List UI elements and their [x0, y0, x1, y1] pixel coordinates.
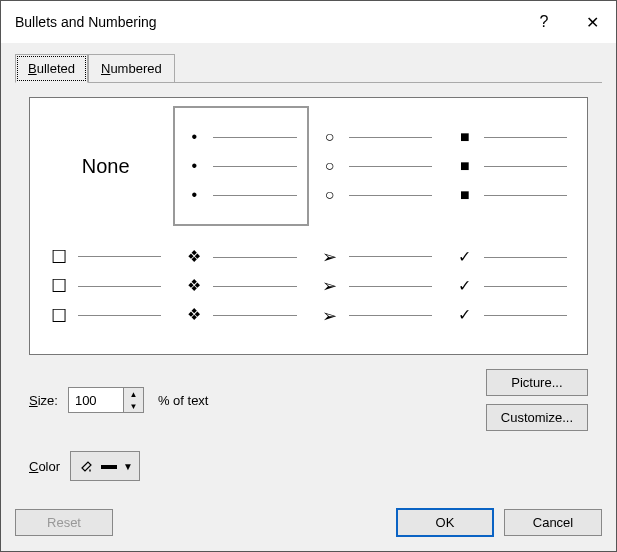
bullet-glyph-icon: • — [185, 187, 203, 203]
bullet-glyph-icon: ❖ — [185, 278, 203, 294]
tab-bulleted[interactable]: Bulleted — [15, 54, 88, 83]
bullet-disc[interactable]: ••• — [173, 106, 308, 226]
bullet-diamond[interactable]: ❖❖❖ — [173, 226, 308, 346]
bullet-grid: None•••○○○■■■☐☐☐❖❖❖➢➢➢✓✓✓ — [38, 106, 579, 346]
bullet-glyph-icon: ➢ — [321, 248, 339, 266]
tabpanel-bulleted: None•••○○○■■■☐☐☐❖❖❖➢➢➢✓✓✓ Size: ▲ ▼ % of… — [15, 82, 602, 508]
color-row: Color ▼ — [29, 451, 588, 481]
tab-numbered[interactable]: Numbered — [88, 54, 175, 83]
spin-up-icon[interactable]: ▲ — [124, 388, 143, 400]
right-buttons: Picture... Customize... — [486, 369, 588, 431]
bullet-glyph-icon: ☐ — [50, 277, 68, 295]
bullet-glyph-icon: ■ — [456, 129, 474, 145]
ok-button[interactable]: OK — [396, 508, 494, 537]
bullet-square-sm[interactable]: ■■■ — [444, 106, 579, 226]
bullet-glyph-icon: ✓ — [456, 278, 474, 294]
bullet-check[interactable]: ✓✓✓ — [444, 226, 579, 346]
bullets-dialog: Bullets and Numbering ? ✕ Bulleted Numbe… — [0, 0, 617, 552]
bullet-glyph-icon: ✓ — [456, 249, 474, 265]
bullet-glyph-icon: ❖ — [185, 307, 203, 323]
color-button[interactable]: ▼ — [70, 451, 140, 481]
bullet-square-lg[interactable]: ☐☐☐ — [38, 226, 173, 346]
bullet-glyph-icon: ■ — [456, 158, 474, 174]
bullet-glyph-icon: ➢ — [321, 307, 339, 325]
bullet-grid-box: None•••○○○■■■☐☐☐❖❖❖➢➢➢✓✓✓ — [29, 97, 588, 355]
color-swatch — [101, 465, 117, 469]
close-button[interactable]: ✕ — [568, 1, 616, 43]
size-suffix: % of text — [158, 393, 209, 408]
bullet-glyph-icon: ■ — [456, 187, 474, 203]
cancel-button[interactable]: Cancel — [504, 509, 602, 536]
bullet-glyph-icon: • — [185, 158, 203, 174]
bullet-glyph-icon: ○ — [321, 129, 339, 145]
bullet-none[interactable]: None — [38, 106, 173, 226]
bullet-glyph-icon: • — [185, 129, 203, 145]
tabbar: Bulleted Numbered — [1, 43, 616, 82]
picture-button[interactable]: Picture... — [486, 369, 588, 396]
bullet-glyph-icon: ➢ — [321, 277, 339, 295]
bullet-circle[interactable]: ○○○ — [309, 106, 444, 226]
dialog-title: Bullets and Numbering — [15, 14, 520, 30]
bullet-glyph-icon: ☐ — [50, 248, 68, 266]
bullet-glyph-icon: ○ — [321, 158, 339, 174]
bullet-glyph-icon: ○ — [321, 187, 339, 203]
help-button[interactable]: ? — [520, 1, 568, 43]
bucket-icon — [77, 457, 95, 475]
bullet-glyph-icon: ❖ — [185, 249, 203, 265]
bullet-glyph-icon: ✓ — [456, 307, 474, 323]
titlebar: Bullets and Numbering ? ✕ — [1, 1, 616, 43]
reset-button[interactable]: Reset — [15, 509, 113, 536]
controls-row: Size: ▲ ▼ % of text Picture... Customize… — [29, 369, 588, 481]
dialog-footer: Reset OK Cancel — [1, 508, 616, 551]
spin-down-icon[interactable]: ▼ — [124, 400, 143, 412]
caret-down-icon: ▼ — [123, 461, 133, 472]
customize-button[interactable]: Customize... — [486, 404, 588, 431]
size-input[interactable] — [69, 388, 123, 412]
bullet-glyph-icon: ☐ — [50, 307, 68, 325]
size-label: Size: — [29, 393, 58, 408]
size-spinner[interactable]: ▲ ▼ — [68, 387, 144, 413]
color-label: Color — [29, 459, 60, 474]
bullet-arrow[interactable]: ➢➢➢ — [309, 226, 444, 346]
